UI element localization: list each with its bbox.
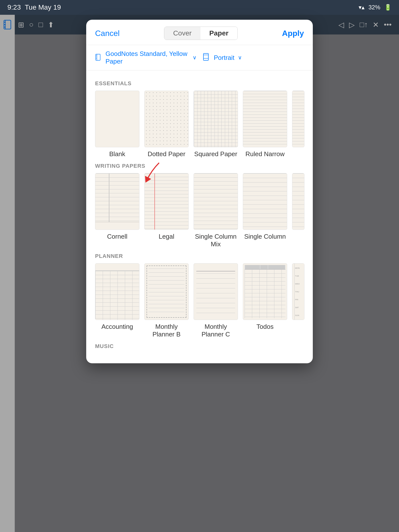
writing-papers-grid: Cornell Legal Single Column Mix (95, 173, 304, 248)
cornell-lines (95, 173, 139, 222)
paper-label-single-col-mix: Single Column Mix (194, 233, 238, 248)
template-selector[interactable]: GoodNotes Standard, Yellow Paper ∨ (95, 50, 197, 65)
template-chevron[interactable]: ∨ (193, 54, 197, 61)
cancel-button[interactable]: Cancel (95, 29, 120, 38)
time-display: 9:23 (7, 3, 21, 11)
paper-item-dotted[interactable]: Dotted Paper (144, 91, 189, 158)
paper-selector-row: GoodNotes Standard, Yellow Paper ∨ Portr… (86, 45, 313, 70)
thumbnail-legal (144, 173, 189, 230)
thumbnail-blank (95, 91, 139, 147)
paper-item-single-col[interactable]: Single Column (243, 173, 287, 240)
modal-overlay: Cancel Cover Paper Apply GoodNotes Stand… (0, 15, 399, 532)
tab-cover[interactable]: Cover (164, 27, 200, 40)
orientation-icon (202, 53, 210, 62)
paper-label-todos: Todos (256, 323, 273, 331)
orientation-chevron[interactable]: ∨ (238, 54, 242, 61)
thumbnail-ruled-narrow (243, 91, 287, 147)
thumbnail-single-col (243, 173, 287, 230)
thumbnail-partial-writing (292, 173, 304, 230)
thumbnail-monthly-b (144, 263, 189, 320)
paper-label-squared: Squared Paper (194, 150, 237, 158)
modal-dialog: Cancel Cover Paper Apply GoodNotes Stand… (86, 20, 313, 363)
svg-point-8 (96, 57, 97, 57)
paper-label-dotted: Dotted Paper (148, 150, 185, 158)
orientation-label: Portrait (214, 54, 234, 62)
status-bar-left: 9:23 Tue May 19 (7, 3, 61, 11)
paper-item-partial-essentials (292, 91, 304, 150)
monthly-c-lines (196, 273, 235, 317)
paper-label-monthly-c: Monthly Planner C (194, 323, 238, 338)
paper-item-partial-writing (292, 173, 304, 233)
thumbnail-cornell (95, 173, 139, 230)
paper-label-single-col: Single Column (244, 233, 286, 240)
svg-point-7 (96, 55, 97, 56)
thumbnail-single-col-mix (194, 173, 238, 230)
thumbnail-monthly-c (194, 263, 238, 320)
paper-item-cornell[interactable]: Cornell (95, 173, 139, 240)
paper-item-blank[interactable]: Blank (95, 91, 139, 158)
battery-icon: 🔋 (384, 4, 392, 11)
accounting-inner (95, 264, 139, 320)
orientation-selector[interactable]: Portrait ∨ (202, 53, 304, 62)
section-label-music: MUSIC (95, 343, 304, 349)
svg-rect-10 (203, 53, 208, 60)
paper-label-accounting: Accounting (101, 323, 133, 331)
paper-item-monthly-c[interactable]: Monthly Planner C (194, 263, 238, 338)
tab-group: Cover Paper (164, 27, 238, 40)
music-section: MUSIC (95, 343, 304, 349)
paper-item-todos[interactable]: Todos (243, 263, 287, 331)
paper-label-ruled-narrow: Ruled Narrow (246, 150, 285, 158)
writing-papers-section: WRITING PAPERS (95, 163, 304, 248)
battery-display: 32% (368, 4, 380, 11)
essentials-grid: Blank Dotted Paper Squared Paper Ruled N… (95, 91, 304, 158)
paper-item-partial-planner: MONTUEWEDTHUFRISATSUN (292, 263, 304, 323)
monthly-b-lines (149, 268, 184, 316)
svg-point-9 (96, 58, 97, 59)
thumbnail-partial (292, 91, 304, 147)
paper-item-ruled-narrow[interactable]: Ruled Narrow (243, 91, 287, 158)
modal-content: ESSENTIALS Blank Dotted Paper Squared Pa… (86, 70, 313, 363)
paper-label-blank: Blank (109, 150, 125, 158)
paper-item-squared[interactable]: Squared Paper (194, 91, 238, 158)
status-bar: 9:23 Tue May 19 ▾▴ 32% 🔋 (0, 0, 399, 15)
paper-label-legal: Legal (159, 233, 174, 240)
section-label-planner: PLANNER (95, 253, 304, 259)
section-label-essentials: ESSENTIALS (95, 80, 304, 87)
todos-header (245, 265, 285, 269)
todos-inner (245, 265, 285, 318)
thumbnail-todos (243, 263, 287, 320)
paper-item-accounting[interactable]: Accounting (95, 263, 139, 331)
accounting-rows (95, 271, 139, 320)
paper-item-legal[interactable]: Legal (144, 173, 189, 240)
planner-section: PLANNER Accounting (95, 253, 304, 338)
tab-paper[interactable]: Paper (200, 27, 237, 40)
status-bar-right: ▾▴ 32% 🔋 (359, 4, 392, 11)
wifi-icon: ▾▴ (359, 4, 365, 11)
thumbnail-partial-planner: MONTUEWEDTHUFRISATSUN (292, 263, 304, 320)
accounting-header-row (95, 264, 139, 271)
template-icon (95, 53, 102, 62)
modal-header: Cancel Cover Paper Apply (86, 20, 313, 45)
thumbnail-dotted (144, 91, 189, 147)
apply-button[interactable]: Apply (282, 29, 304, 38)
paper-item-monthly-b[interactable]: Monthly Planner B (144, 263, 189, 338)
thumbnail-accounting (95, 263, 139, 320)
paper-label-cornell: Cornell (107, 233, 127, 240)
todos-rows (245, 269, 285, 318)
planner-grid: Accounting Monthly Planner B (95, 263, 304, 338)
template-label: GoodNotes Standard, Yellow Paper (105, 50, 189, 65)
paper-item-single-col-mix[interactable]: Single Column Mix (194, 173, 238, 248)
date-display: Tue May 19 (25, 3, 61, 11)
paper-label-monthly-b: Monthly Planner B (144, 323, 189, 338)
section-label-writing: WRITING PAPERS (95, 163, 304, 169)
thumbnail-squared (194, 91, 238, 147)
